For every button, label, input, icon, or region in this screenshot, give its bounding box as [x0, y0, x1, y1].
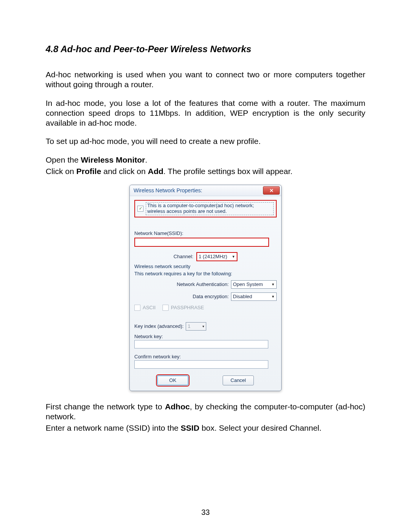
adhoc-label: This is a computer-to-computer(ad hoc) n… [146, 202, 274, 215]
encryption-row: Data encryption: Disabled ▼ [134, 292, 277, 301]
text: Click on [46, 167, 76, 176]
dialog-figure: Wireless Network Properties: ✕ ✓ This is… [46, 185, 365, 391]
text: and click on [101, 167, 148, 176]
document-page: 4.8 Ad-hoc and Peer-to-Peer Wireless Net… [0, 0, 411, 532]
bold-text: SSID [181, 423, 199, 432]
chevron-down-icon: ▾ [202, 324, 204, 328]
paragraph: Ad-hoc networking is used when you want … [46, 70, 365, 90]
paragraph: Open the Wireless Monitor. [46, 155, 365, 165]
passphrase-label: PASSPHRASE [171, 305, 204, 310]
ascii-checkbox[interactable]: ASCII [134, 305, 156, 311]
bold-text: Wireless Monitor [81, 155, 145, 164]
auth-row: Network Authentication: Open System ▼ [134, 280, 277, 289]
adhoc-checkbox-row[interactable]: ✓ This is a computer-to-computer(ad hoc)… [134, 200, 277, 217]
key-index-select[interactable]: 1 ▾ [186, 322, 206, 331]
chevron-down-icon: ▼ [271, 283, 275, 286]
close-icon: ✕ [269, 188, 274, 193]
dialog-button-row: OK Cancel [134, 375, 277, 385]
network-key-label: Network key: [134, 334, 277, 339]
paragraph: In ad-hoc mode, you lose a lot of the fe… [46, 98, 365, 128]
encryption-value: Disabled [233, 294, 252, 299]
auth-select[interactable]: Open System ▼ [231, 280, 277, 289]
section-heading: 4.8 Ad-hoc and Peer-to-Peer Wireless Net… [46, 44, 365, 54]
dialog-titlebar: Wireless Network Properties: ✕ [130, 185, 281, 196]
network-key-input[interactable] [134, 340, 268, 348]
cancel-button[interactable]: Cancel [223, 375, 254, 385]
key-index-row: Key index (advanced): 1 ▾ [134, 322, 277, 331]
text: . The profile settings box will appear. [163, 167, 292, 176]
wireless-properties-dialog: Wireless Network Properties: ✕ ✓ This is… [129, 185, 282, 391]
channel-row: Channel: 1 (2412MHz) ▼ [134, 252, 277, 261]
ascii-label: ASCII [143, 305, 156, 310]
close-button[interactable]: ✕ [263, 186, 280, 195]
page-number: 33 [0, 508, 411, 517]
key-index-label: Key index (advanced): [134, 323, 183, 329]
ok-button[interactable]: OK [157, 375, 188, 385]
encryption-label: Data encryption: [193, 294, 229, 299]
text: . [145, 155, 147, 164]
channel-label: Channel: [174, 254, 193, 259]
key-format-row: ASCII PASSPHRASE [134, 305, 277, 311]
confirm-key-label: Confirm network key: [134, 354, 277, 359]
channel-select[interactable]: 1 (2412MHz) ▼ [196, 252, 237, 261]
channel-value: 1 (2412MHz) [199, 254, 227, 259]
ssid-label: Network Name(SSID): [134, 230, 277, 236]
paragraph: To set up ad-hoc mode, you will need to … [46, 136, 365, 146]
paragraph: Enter a network name (SSID) into the SSI… [46, 423, 365, 433]
confirm-key-input[interactable] [134, 360, 268, 369]
security-heading: Wireless network security [134, 264, 277, 269]
encryption-select[interactable]: Disabled ▼ [231, 292, 277, 301]
text: Enter a network name (SSID) into the [46, 423, 181, 432]
adhoc-checkbox[interactable]: ✓ [137, 206, 143, 212]
bold-text: Profile [76, 167, 101, 176]
ssid-input[interactable] [134, 238, 269, 247]
text: Open the [46, 155, 81, 164]
key-index-value: 1 [188, 323, 190, 329]
dialog-title: Wireless Network Properties: [134, 187, 202, 193]
chevron-down-icon: ▼ [271, 295, 275, 299]
ssid-block: Network Name(SSID): [134, 230, 277, 247]
paragraph: First change the network type to Adhoc, … [46, 402, 365, 422]
text: First change the network type to [46, 402, 165, 411]
text: box. Select your desired Channel. [199, 423, 322, 432]
chevron-down-icon: ▼ [232, 255, 235, 259]
paragraph: Click on Profile and click on Add. The p… [46, 166, 365, 176]
auth-value: Open System [233, 281, 263, 287]
bold-text: Adhoc [165, 402, 190, 411]
dialog-body: ✓ This is a computer-to-computer(ad hoc)… [130, 196, 281, 391]
auth-label: Network Authentication: [177, 281, 229, 287]
bold-text: Add [148, 167, 163, 176]
passphrase-checkbox[interactable]: PASSPHRASE [162, 305, 204, 311]
security-subtext: This network requires a key for the foll… [134, 271, 277, 276]
